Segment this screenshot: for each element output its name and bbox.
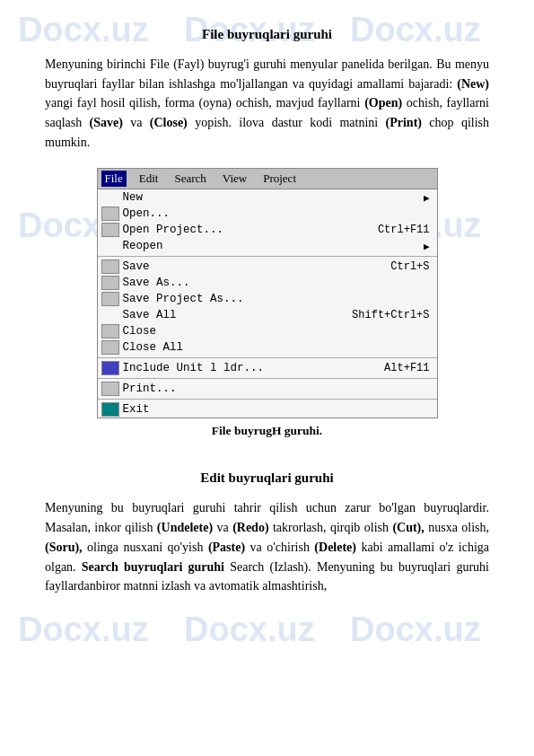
menu-item-print-label: Print... <box>123 382 177 395</box>
menu-icon-include-unit <box>101 361 119 375</box>
menu-icon-print <box>101 382 119 396</box>
menu-icon-save-project-as <box>101 292 119 306</box>
menu-icon-save-as <box>101 276 119 290</box>
section2-text6: va o'chirish <box>245 541 314 554</box>
menu-bar-search: Search <box>171 171 209 187</box>
menu-item-open-project[interactable]: Open Project... Ctrl+F11 <box>98 222 437 238</box>
menu-item-save-project-as-label: Save Project As... <box>123 293 244 305</box>
menu-item-exit[interactable]: Exit <box>98 401 437 418</box>
menu-bar-edit: Edit <box>136 171 162 187</box>
menu-bar-project: Project <box>259 171 300 187</box>
section1-text5: yopish. ilova dastur kodi matnini <box>188 116 386 129</box>
menu-caption: File buyrugH guruhi. <box>212 424 322 438</box>
bold-new: (New) <box>457 77 489 91</box>
menu-item-close-all[interactable]: Close All <box>98 339 437 356</box>
menu-item-include-unit-shortcut: Alt+F11 <box>357 362 429 374</box>
menu-item-print[interactable]: Print... <box>98 381 437 397</box>
menu-item-close-all-label: Close All <box>123 341 184 354</box>
menu-item-open-project-shortcut: Ctrl+F11 <box>351 224 430 236</box>
menu-separator-4 <box>98 399 437 400</box>
menu-item-open-label: Open... <box>123 207 171 220</box>
menu-item-save-all-label: Save All <box>123 309 177 321</box>
menu-item-close-label: Close <box>123 325 157 338</box>
menu-item-close[interactable]: Close <box>98 323 437 339</box>
section2-title: Edit buyruqlari guruhi <box>45 470 489 486</box>
menu-item-include-unit[interactable]: Include Unit l ldr... Alt+F11 <box>98 360 437 376</box>
section1-body: Menyuning birinchi File (Fayl) buyrug'i … <box>45 55 489 152</box>
bold-close: (Close) <box>150 116 188 129</box>
bold-print: (Print) <box>386 116 422 129</box>
section2-text5: olinga nusxani qo'yish <box>83 541 208 554</box>
menu-item-open-project-label: Open Project... <box>123 224 224 236</box>
bold-open: (Open) <box>364 96 402 110</box>
menu-item-open[interactable]: Open... <box>98 206 437 222</box>
menu-item-new-label: New <box>123 191 144 204</box>
section2-text4: nusxa olish, <box>425 521 489 534</box>
menu-item-save-as-label: Save As... <box>123 277 190 289</box>
menu-icon-exit <box>101 402 119 417</box>
section2-container: Edit buyruqlari guruhi Menyuning bu buyr… <box>45 470 489 595</box>
menu-bar-view: View <box>219 171 250 187</box>
bold-paste: (Paste) <box>208 541 245 554</box>
bold-redo: (Redo) <box>232 521 268 534</box>
menu-icon-save <box>101 259 119 274</box>
menu-item-save-project-as[interactable]: Save Project As... <box>98 291 437 307</box>
menu-item-save-shortcut: Ctrl+S <box>363 260 429 273</box>
menu-item-save-all-shortcut: Shift+Ctrl+S <box>325 309 429 321</box>
menu-icon-close <box>101 324 119 338</box>
menu-separator-3 <box>98 378 437 379</box>
menu-bar: File Edit Search View Project <box>98 169 437 189</box>
menu-icon-close-all <box>101 340 119 355</box>
bold-undelete: (Undelete) <box>157 521 213 534</box>
section1-text-intro: Menyuning birinchi File (Fayl) buyrug'i … <box>45 57 489 91</box>
section2-body: Menyuning bu buyruqlari guruhi tahrir qi… <box>45 498 489 595</box>
bold-search-group: Search buyruqlari guruhi <box>82 560 224 574</box>
menu-separator-1 <box>98 256 437 257</box>
section2-text2: va <box>213 521 232 534</box>
menu-item-reopen[interactable]: Reopen ▶ <box>98 238 437 254</box>
section1-title: File buyruqlari guruhi <box>45 27 489 42</box>
menu-item-new[interactable]: New ▶ <box>98 189 437 206</box>
menu-image-container: File Edit Search View Project New ▶ Open… <box>45 168 489 454</box>
bold-cut: (Cut), <box>392 521 424 534</box>
menu-box: File Edit Search View Project New ▶ Open… <box>97 168 438 418</box>
menu-icon-open <box>101 207 119 221</box>
menu-item-reopen-label: Reopen <box>123 240 163 252</box>
page-content: File buyruqlari guruhi Menyuning birinch… <box>0 0 534 634</box>
menu-item-include-unit-label: Include Unit l ldr... <box>123 362 265 374</box>
menu-item-new-arrow: ▶ <box>424 192 430 204</box>
section1-text4: va <box>123 116 150 129</box>
section2-text3: takrorlash, qirqib olish <box>269 521 393 534</box>
bold-soru: (Soru), <box>45 541 83 554</box>
menu-item-exit-label: Exit <box>123 403 150 416</box>
menu-separator-2 <box>98 357 437 358</box>
section1-text2: yangi fayl hosil qilish, forma (oyna) oc… <box>45 96 364 110</box>
menu-item-save[interactable]: Save Ctrl+S <box>98 259 437 275</box>
bold-delete: (Delete) <box>314 541 356 554</box>
menu-icon-open-project <box>101 223 119 237</box>
bold-save: (Save) <box>90 116 123 129</box>
menu-item-reopen-arrow: ▶ <box>424 241 430 252</box>
menu-bar-file: File <box>101 171 127 187</box>
menu-item-save-label: Save <box>123 260 150 273</box>
menu-item-save-as[interactable]: Save As... <box>98 275 437 291</box>
menu-item-save-all[interactable]: Save All Shift+Ctrl+S <box>98 307 437 323</box>
